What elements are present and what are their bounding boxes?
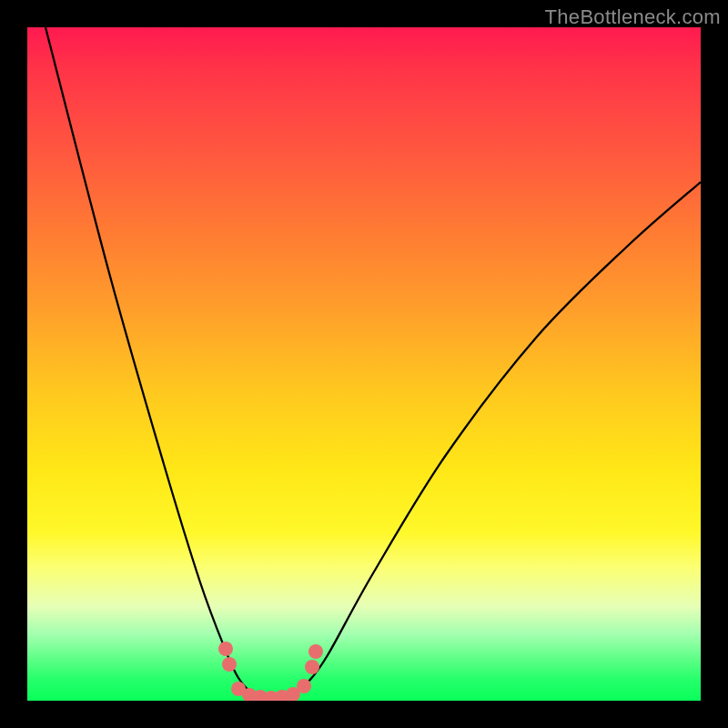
well-marker bbox=[218, 642, 233, 656]
bottleneck-curve-svg bbox=[27, 27, 701, 701]
well-marker bbox=[297, 679, 311, 693]
plot-frame bbox=[27, 27, 701, 701]
watermark-text: TheBottleneck.com bbox=[545, 5, 721, 29]
well-marker bbox=[305, 660, 319, 674]
well-marker bbox=[308, 644, 323, 659]
bottleneck-curve bbox=[46, 27, 701, 699]
well-marker bbox=[222, 657, 237, 672]
